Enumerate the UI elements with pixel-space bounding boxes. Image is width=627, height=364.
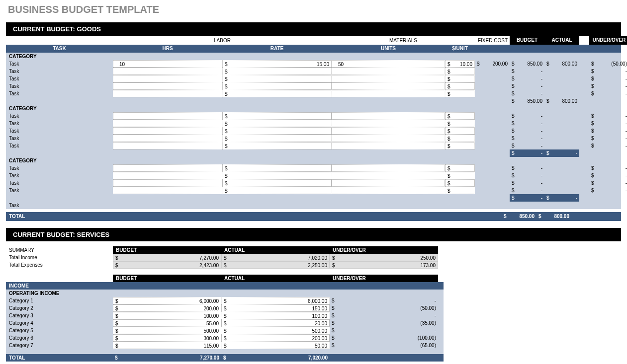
unitcost-cell[interactable]: $ [445, 82, 475, 90]
hrs-cell[interactable] [113, 120, 222, 127]
units-cell[interactable] [332, 112, 445, 120]
subtotal-actual: $- [544, 194, 579, 202]
total-expenses-uo-cell[interactable]: $173.00 [330, 261, 438, 269]
subtotal-budget: $850.00 [510, 97, 544, 105]
rate-cell[interactable]: $ [222, 135, 332, 142]
services-total-label: TOTAL [6, 354, 113, 362]
hrs-cell[interactable]: 10 [113, 60, 222, 68]
category-actual-cell[interactable]: $500.00 [221, 327, 330, 334]
task-label: Task [6, 82, 113, 90]
fixed-cell [475, 68, 510, 75]
units-cell[interactable] [332, 82, 445, 90]
unitcost-cell[interactable]: $ [445, 135, 475, 142]
summary-budget-header: BUDGET [113, 246, 221, 254]
units-cell[interactable] [332, 172, 445, 179]
rate-cell[interactable]: $ [222, 142, 332, 149]
task-label: Task [6, 112, 113, 120]
budget-cell: $- [510, 172, 544, 179]
table-row: Task$$$-$- [6, 112, 621, 120]
budget-cell: $- [510, 135, 544, 142]
rate-cell[interactable]: $ [222, 112, 332, 120]
table-row: Task$$$-$- [6, 120, 621, 127]
category-actual-cell[interactable]: $20.00 [221, 319, 330, 327]
units-cell[interactable]: 50 [332, 60, 445, 68]
actual-header: ACTUAL [544, 36, 579, 45]
rate-cell[interactable]: $15.00 [222, 60, 332, 68]
fixed-cell [475, 142, 510, 149]
goods-table: LABOR MATERIALS FIXED COST BUDGET ACTUAL… [6, 36, 621, 221]
rate-cell[interactable]: $ [222, 172, 332, 179]
table-row: Task10$15.0050$10.00$200.00$850.00$800.0… [6, 60, 621, 68]
hrs-cell[interactable] [113, 90, 222, 97]
category-actual-cell[interactable]: $6,000.00 [221, 297, 330, 304]
rate-cell[interactable]: $ [222, 179, 332, 187]
income-uo-header: UNDER/OVER [330, 275, 438, 282]
units-cell[interactable] [332, 90, 445, 97]
unitcost-cell[interactable]: $ [445, 127, 475, 135]
units-cell[interactable] [332, 187, 445, 194]
units-cell[interactable] [332, 120, 445, 127]
income-budget-header: BUDGET [113, 275, 221, 282]
total-income-uo-cell[interactable]: $250.00 [330, 254, 438, 261]
units-cell[interactable] [332, 142, 445, 149]
hrs-cell[interactable] [113, 75, 222, 82]
category-actual-cell[interactable]: $150.00 [221, 304, 330, 312]
rate-cell[interactable]: $ [222, 127, 332, 135]
uo-cell: $- [589, 75, 627, 82]
hrs-cell[interactable] [113, 164, 222, 172]
hrs-cell[interactable] [113, 142, 222, 149]
unitcost-cell[interactable]: $10.00 [445, 60, 475, 68]
hrs-cell[interactable] [113, 127, 222, 135]
unitcost-cell[interactable]: $ [445, 142, 475, 149]
category-actual-cell[interactable]: $50.00 [221, 342, 330, 349]
unitcost-cell[interactable]: $ [445, 75, 475, 82]
hrs-cell[interactable] [113, 179, 222, 187]
hrs-cell[interactable] [113, 172, 222, 179]
unitcost-cell[interactable]: $ [445, 164, 475, 172]
total-income-actual-cell[interactable]: $7,020.00 [221, 254, 330, 261]
category-budget-cell[interactable]: $200.00 [113, 304, 221, 312]
unitcost-cell[interactable]: $ [445, 187, 475, 194]
task-label: Task [6, 120, 113, 127]
income-category-row: Category 3$100.00$100.00$- [6, 312, 444, 319]
category-budget-cell[interactable]: $6,000.00 [113, 297, 221, 304]
units-cell[interactable] [332, 179, 445, 187]
unitcost-cell[interactable]: $ [445, 112, 475, 120]
rate-cell[interactable]: $ [222, 68, 332, 75]
total-income-label: Total Income [6, 254, 113, 261]
category-budget-cell[interactable]: $100.00 [113, 312, 221, 319]
rate-cell[interactable]: $ [222, 120, 332, 127]
unitcost-cell[interactable]: $ [445, 120, 475, 127]
units-cell[interactable] [332, 164, 445, 172]
total-expenses-budget-cell[interactable]: $2,423.00 [113, 261, 221, 269]
hrs-cell[interactable] [113, 82, 222, 90]
category-budget-cell[interactable]: $300.00 [113, 334, 221, 342]
category-actual-cell[interactable]: $100.00 [221, 312, 330, 319]
rate-cell[interactable]: $ [222, 90, 332, 97]
category-budget-cell[interactable]: $115.00 [113, 342, 221, 349]
units-cell[interactable] [332, 68, 445, 75]
rate-cell[interactable]: $ [222, 75, 332, 82]
category-budget-cell[interactable]: $55.00 [113, 319, 221, 327]
units-cell[interactable] [332, 127, 445, 135]
unitcost-cell[interactable]: $ [445, 179, 475, 187]
table-row: Task$$$-$- [6, 68, 621, 75]
category-budget-cell[interactable]: $500.00 [113, 327, 221, 334]
hrs-cell[interactable] [113, 68, 222, 75]
units-cell[interactable] [332, 135, 445, 142]
rate-cell[interactable]: $ [222, 82, 332, 90]
unitcost-cell[interactable]: $ [445, 68, 475, 75]
hrs-cell[interactable] [113, 112, 222, 120]
total-expenses-actual-cell[interactable]: $2,250.00 [221, 261, 330, 269]
rate-cell[interactable]: $ [222, 187, 332, 194]
fixed-cell [475, 82, 510, 90]
hrs-cell[interactable] [113, 135, 222, 142]
hrs-cell[interactable] [113, 187, 222, 194]
unitcost-cell[interactable]: $ [445, 172, 475, 179]
unitcost-cell[interactable]: $ [445, 90, 475, 97]
rate-cell[interactable]: $ [222, 164, 332, 172]
category-actual-cell[interactable]: $200.00 [221, 334, 330, 342]
units-cell[interactable] [332, 75, 445, 82]
unitcost-col-header: $/UNIT [445, 45, 475, 53]
total-income-budget-cell[interactable]: $7,270.00 [113, 254, 221, 261]
